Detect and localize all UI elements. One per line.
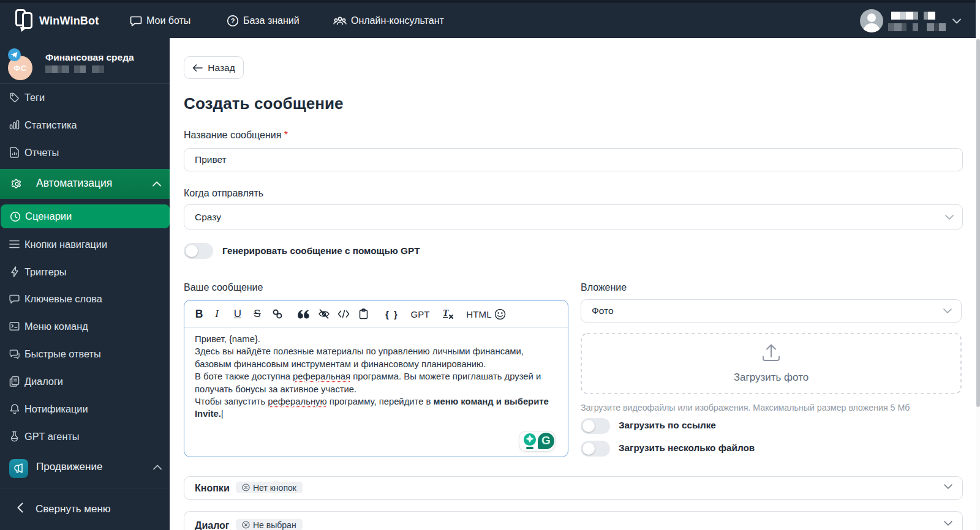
svg-text:T: T	[443, 308, 449, 318]
svg-text:?: ?	[231, 17, 235, 24]
